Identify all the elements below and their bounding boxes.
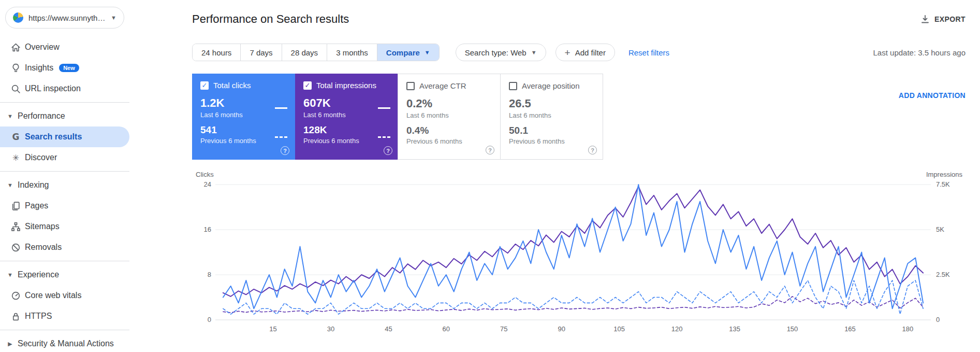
help-icon[interactable]: ? bbox=[486, 146, 494, 154]
sidebar-item-url-inspection[interactable]: URL inspection bbox=[0, 78, 129, 99]
help-icon[interactable]: ? bbox=[384, 146, 392, 155]
metric-caption: Previous 6 months bbox=[509, 137, 594, 145]
sidebar-item-label: Pages bbox=[25, 201, 48, 210]
checkbox-total-impressions[interactable]: ✓ bbox=[303, 81, 312, 90]
sidebar: https://www.sunnythep... ▼ Overview Insi… bbox=[0, 0, 129, 352]
property-selector[interactable]: https://www.sunnythep... ▼ bbox=[5, 7, 124, 29]
checkbox-average-position[interactable] bbox=[509, 82, 517, 90]
svg-text:60: 60 bbox=[443, 325, 450, 333]
lock-icon bbox=[10, 311, 21, 322]
chevron-down-icon: ▼ bbox=[531, 49, 537, 55]
svg-text:0: 0 bbox=[936, 316, 940, 323]
chip-compare[interactable]: Compare ▼ bbox=[377, 44, 439, 61]
card-average-ctr[interactable]: Average CTR 0.2% Last 6 months 0.4% Prev… bbox=[398, 74, 501, 160]
chip-28-days[interactable]: 28 days bbox=[282, 44, 327, 61]
add-annotation-link[interactable]: ADD ANNOTATION bbox=[899, 91, 966, 100]
sidebar-item-label: Removals bbox=[25, 243, 62, 252]
last-update-text: Last update: 3.5 hours ago bbox=[873, 48, 966, 57]
metric-caption: Last 6 months bbox=[200, 111, 287, 119]
search-type-chip[interactable]: Search type: Web ▼ bbox=[456, 44, 546, 61]
svg-text:135: 135 bbox=[729, 325, 740, 333]
chip-7-days[interactable]: 7 days bbox=[240, 44, 281, 61]
svg-text:165: 165 bbox=[844, 325, 856, 333]
chip-3-months[interactable]: 3 months bbox=[327, 44, 377, 61]
svg-text:0: 0 bbox=[208, 316, 211, 323]
card-total-impressions[interactable]: ✓ Total impressions 607K Last 6 months 1… bbox=[295, 74, 398, 160]
svg-text:2.5K: 2.5K bbox=[936, 271, 950, 278]
chart-area: 08162402.5K5K7.5KClicksImpressions153045… bbox=[192, 171, 966, 336]
sitemap-tree-icon bbox=[10, 221, 21, 232]
sidebar-item-label: Overview bbox=[25, 43, 60, 52]
filter-bar: 24 hours 7 days 28 days 3 months Compare… bbox=[192, 44, 966, 61]
metric-caption: Last 6 months bbox=[509, 111, 594, 119]
chevron-down-icon: ▼ bbox=[425, 49, 430, 55]
sidebar-item-core-web-vitals[interactable]: Core web vitals bbox=[0, 285, 129, 306]
card-label: Total impressions bbox=[316, 81, 376, 90]
metric-value-secondary: 541 bbox=[200, 124, 287, 136]
svg-text:7.5K: 7.5K bbox=[936, 180, 950, 188]
dashed-line-indicator bbox=[275, 136, 287, 138]
dashed-line-indicator bbox=[378, 136, 390, 138]
svg-text:105: 105 bbox=[613, 325, 625, 333]
card-label: Total clicks bbox=[213, 81, 251, 90]
metric-value-primary: 26.5 bbox=[509, 97, 594, 110]
main-header: Performance on Search results EXPORT bbox=[129, 0, 980, 26]
chevron-down-icon: ▼ bbox=[7, 272, 13, 278]
new-badge: New bbox=[59, 64, 79, 72]
card-average-position[interactable]: Average position 26.5 Last 6 months 50.1… bbox=[500, 74, 603, 160]
help-icon[interactable]: ? bbox=[281, 146, 289, 155]
section-label: Indexing bbox=[18, 180, 49, 190]
card-label: Average CTR bbox=[419, 81, 466, 90]
gauge-icon bbox=[10, 290, 21, 301]
svg-text:30: 30 bbox=[327, 325, 334, 333]
svg-text:Impressions: Impressions bbox=[926, 171, 963, 178]
svg-text:45: 45 bbox=[385, 325, 392, 333]
add-filter-label: Add filter bbox=[575, 48, 606, 57]
sidebar-item-sitemaps[interactable]: Sitemaps bbox=[0, 216, 129, 237]
metric-caption: Previous 6 months bbox=[200, 137, 287, 145]
export-button[interactable]: EXPORT bbox=[920, 12, 966, 24]
section-performance[interactable]: ▼ Performance bbox=[0, 106, 129, 126]
metric-value-primary: 1.2K bbox=[200, 96, 287, 110]
svg-text:150: 150 bbox=[787, 325, 798, 333]
metric-caption: Previous 6 months bbox=[303, 137, 390, 145]
svg-text:75: 75 bbox=[500, 325, 507, 333]
help-icon[interactable]: ? bbox=[588, 146, 597, 154]
chevron-right-icon: ▶ bbox=[7, 341, 13, 347]
metric-cards-row: ✓ Total clicks 1.2K Last 6 months 541 Pr… bbox=[192, 74, 966, 160]
sidebar-item-label: Core web vitals bbox=[25, 291, 81, 300]
add-filter-chip[interactable]: + Add filter bbox=[555, 44, 615, 61]
sidebar-item-removals[interactable]: Removals bbox=[0, 237, 129, 258]
metric-caption: Last 6 months bbox=[303, 111, 390, 119]
metric-value-primary: 607K bbox=[303, 96, 390, 110]
card-label: Average position bbox=[522, 81, 579, 90]
sidebar-item-label: Search results bbox=[25, 132, 82, 142]
section-experience[interactable]: ▼ Experience bbox=[0, 264, 129, 285]
discover-sparkle-icon: ✳ bbox=[10, 152, 21, 163]
checkbox-average-ctr[interactable] bbox=[406, 82, 415, 90]
sidebar-divider bbox=[0, 330, 129, 330]
sidebar-item-https[interactable]: HTTPS bbox=[0, 306, 129, 327]
card-total-clicks[interactable]: ✓ Total clicks 1.2K Last 6 months 541 Pr… bbox=[192, 74, 295, 160]
metric-caption: Previous 6 months bbox=[406, 137, 492, 145]
section-security-manual-actions[interactable]: ▶ Security & Manual Actions bbox=[0, 333, 129, 352]
metric-value-primary: 0.2% bbox=[406, 97, 492, 110]
metric-value-secondary: 0.4% bbox=[406, 125, 492, 136]
date-range-chip-group: 24 hours 7 days 28 days 3 months Compare… bbox=[192, 44, 440, 61]
performance-chart[interactable]: 08162402.5K5K7.5KClicksImpressions153045… bbox=[192, 171, 966, 336]
checkbox-total-clicks[interactable]: ✓ bbox=[200, 81, 209, 90]
metric-value-secondary: 50.1 bbox=[509, 125, 594, 136]
lightbulb-icon bbox=[10, 63, 21, 74]
chip-24-hours[interactable]: 24 hours bbox=[193, 44, 240, 61]
main-content: Performance on Search results EXPORT 24 … bbox=[129, 0, 980, 352]
sidebar-item-insights[interactable]: Insights New bbox=[0, 58, 129, 78]
sidebar-item-discover[interactable]: ✳ Discover bbox=[0, 147, 129, 168]
sidebar-divider bbox=[0, 102, 129, 103]
section-indexing[interactable]: ▼ Indexing bbox=[0, 175, 129, 195]
sidebar-item-overview[interactable]: Overview bbox=[0, 37, 129, 58]
sidebar-item-pages[interactable]: Pages bbox=[0, 195, 129, 216]
reset-filters-link[interactable]: Reset filters bbox=[628, 48, 669, 57]
svg-text:24: 24 bbox=[204, 180, 211, 188]
sidebar-item-search-results[interactable]: G Search results bbox=[0, 126, 129, 147]
section-label: Experience bbox=[18, 270, 59, 279]
